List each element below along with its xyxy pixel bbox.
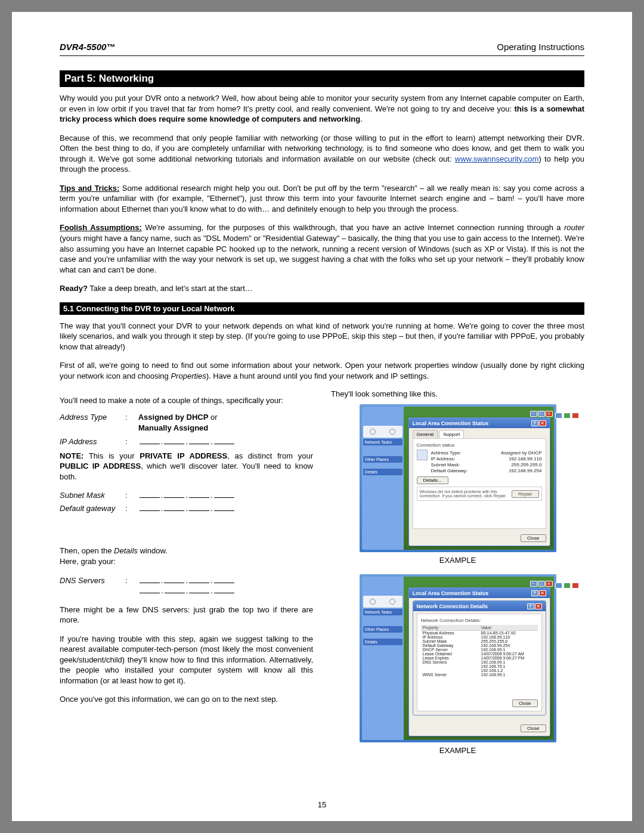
details-row: WINS Server192.168.99.1 (421, 673, 538, 677)
help-icon[interactable]: ? (531, 420, 538, 426)
details-value: 14/07/2008 9:06:27 AM (479, 652, 538, 656)
details-value: 192.168.99.1 (479, 660, 538, 664)
back-icon[interactable] (370, 429, 376, 435)
fwd-icon[interactable] (389, 599, 395, 605)
example-caption-1: EXAMPLE (331, 556, 584, 565)
status-dialog: Local Area Connection Status ?× General … (408, 417, 550, 546)
back-icon[interactable] (370, 599, 376, 605)
details-key: Subnet Mask (421, 639, 479, 643)
sidebar-other-places[interactable]: Other Places (363, 626, 402, 633)
details-row: DHCP Server192.168.99.1 (421, 648, 538, 652)
close-icon[interactable]: × (539, 590, 546, 596)
swann-link[interactable]: www.swannsecurity.com (455, 154, 539, 163)
details-dialog: Network Connection Details ?× Network Co… (413, 600, 546, 716)
dns-blanks-2: ... (138, 586, 236, 596)
subnet-blanks: ... (138, 490, 236, 501)
sidebar-details[interactable]: Details (363, 639, 402, 645)
toolbar-icons (363, 426, 402, 438)
sidebar-network-tasks[interactable]: Network Tasks (363, 439, 402, 445)
text-italic: Properties (171, 371, 206, 380)
note-paragraph: NOTE: This is your PRIVATE IP ADDRESS, a… (60, 451, 313, 482)
subnet-row: Subnet Mask: ... (60, 490, 313, 501)
toolbar-icons (363, 596, 402, 608)
details-key: DNS Servers (421, 660, 479, 664)
details-key (421, 668, 479, 673)
explorer-sidebar: Network Tasks Other Places Details (362, 577, 404, 740)
minimize-icon[interactable]: − (530, 581, 537, 587)
dialog-titlebar: Local Area Connection Status ?× (409, 588, 550, 598)
gateway-row: Default gateway: ... (60, 503, 313, 514)
assumptions-label: Foolish Assumptions: (60, 223, 142, 232)
intro-paragraph-1: Why would you put your DVR onto a networ… (60, 93, 584, 125)
tray-icon (555, 413, 562, 419)
text: Some additional research might help you … (60, 184, 584, 213)
kv-key: Address Type: (431, 450, 462, 456)
kv-value: Assigned by DHCP (501, 450, 541, 456)
details-key (421, 664, 479, 668)
tray-icons (555, 583, 579, 589)
text: Take a deep breath, and let's start at t… (88, 284, 253, 293)
details-row: 192.168.70.1 (421, 664, 538, 668)
example-caption-2: EXAMPLE (331, 746, 584, 755)
two-column-layout: You'll need to make a note of a couple o… (60, 389, 584, 764)
close-icon[interactable]: × (539, 420, 546, 426)
page-header: DVR4-5500™ Operating Instructions (60, 42, 584, 52)
details-button[interactable]: Details... (417, 476, 448, 484)
dns-label: DNS Servers (60, 575, 125, 586)
dialog-title-text: Local Area Connection Status (413, 590, 489, 596)
close-button[interactable]: Close (521, 534, 546, 542)
address-type-label: Address Type (60, 412, 125, 423)
text: ). Have a hunt around until you find you… (206, 371, 429, 380)
text-italic: router (564, 223, 584, 232)
details-row: DNS Servers192.168.99.1 (421, 660, 538, 664)
tab-support[interactable]: Support (439, 430, 464, 438)
left-intro: You'll need to make a note of a couple o… (60, 395, 313, 406)
close-icon[interactable]: × (546, 581, 553, 587)
sidebar-other-places[interactable]: Other Places (363, 456, 402, 463)
example-screenshot-2: −□× Network Tasks Other Places Details (360, 574, 556, 742)
header-rule (60, 55, 584, 56)
outer-close-button[interactable]: Close (521, 724, 546, 732)
dns-note: There might be a few DNS servers: just g… (60, 605, 313, 625)
details-row: Physical Address00-14-85-15-47-92 (421, 631, 538, 635)
kv-value: 255.255.255.0 (511, 462, 541, 467)
document-page: DVR4-5500™ Operating Instructions Part 5… (12, 12, 632, 821)
kv-value: 192.168.99.110 (509, 456, 542, 462)
connection-status-group: Connection status (417, 442, 542, 448)
gateway-label: Default gateway (60, 503, 125, 514)
page-number: 15 (12, 800, 632, 809)
dns-row: DNS Servers: ... ... (60, 575, 313, 596)
details-group-title: Network Connection Details: (421, 618, 538, 623)
assumptions-paragraph: Foolish Assumptions: We're assuming, for… (60, 222, 584, 275)
help-icon[interactable]: ? (527, 603, 534, 609)
text: , as distinct from your (227, 451, 313, 460)
here-grab-text: Here, grab your: (60, 556, 313, 567)
details-value: 192.168.1.2 (479, 668, 538, 673)
tab-general[interactable]: General (413, 430, 438, 438)
repair-button[interactable]: Repair (512, 490, 539, 498)
maximize-icon[interactable]: □ (538, 581, 545, 587)
sidebar-network-tasks[interactable]: Network Tasks (363, 609, 402, 615)
tray-icon (572, 413, 579, 419)
help-icon[interactable]: ? (531, 590, 538, 596)
details-value: 192.168.99.110 (479, 635, 538, 639)
dialog-titlebar: Local Area Connection Status ?× (409, 418, 550, 428)
details-close-button[interactable]: Close (512, 699, 537, 707)
fwd-icon[interactable] (389, 429, 395, 435)
address-type-value-2: Manually Assigned (138, 423, 208, 432)
address-type-value-1: Assigned by DHCP (138, 413, 209, 422)
product-name: DVR4-5500™ (60, 42, 115, 52)
close-icon[interactable]: × (546, 411, 553, 417)
text: Then, open the (60, 546, 114, 555)
details-value: 192.168.99.254 (479, 643, 538, 648)
sidebar-details[interactable]: Details (363, 469, 402, 475)
text: Why would you put your DVR onto a networ… (60, 94, 584, 113)
details-key: Lease Expires (421, 656, 479, 660)
minimize-icon[interactable]: − (530, 411, 537, 417)
details-row: IP Address192.168.99.110 (421, 635, 538, 639)
text: (yours might have a fancy name, such as … (60, 234, 584, 274)
close-icon[interactable]: × (535, 603, 542, 609)
details-key: IP Address (421, 635, 479, 639)
maximize-icon[interactable]: □ (538, 411, 545, 417)
col-property: Property (421, 625, 479, 630)
